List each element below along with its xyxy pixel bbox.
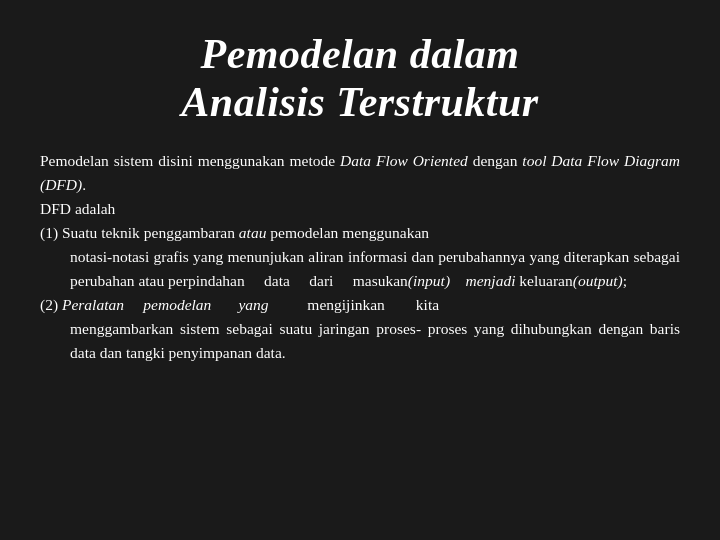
point1-text: (1) Suatu teknik penggambaran atau pemod… bbox=[40, 224, 429, 241]
point2: (2) Peralatan pemodelan yang mengijinkan… bbox=[40, 293, 680, 317]
body-text: Pemodelan sistem disini menggunakan meto… bbox=[40, 149, 680, 365]
point1: (1) Suatu teknik penggambaran atau pemod… bbox=[40, 221, 680, 245]
point1-continuation: notasi-notasi grafis yang menunjukan ali… bbox=[40, 245, 680, 293]
dfd-label: DFD adalah bbox=[40, 197, 680, 221]
title-line2: Analisis Terstruktur bbox=[181, 79, 538, 125]
main-title: Pemodelan dalam Analisis Terstruktur bbox=[181, 30, 538, 127]
title-line1: Pemodelan dalam bbox=[201, 31, 520, 77]
point2-continuation: menggambarkan sistem sebagai suatu jarin… bbox=[40, 317, 680, 365]
intro-line: Pemodelan sistem disini menggunakan meto… bbox=[40, 149, 680, 197]
title-block: Pemodelan dalam Analisis Terstruktur bbox=[181, 30, 538, 127]
